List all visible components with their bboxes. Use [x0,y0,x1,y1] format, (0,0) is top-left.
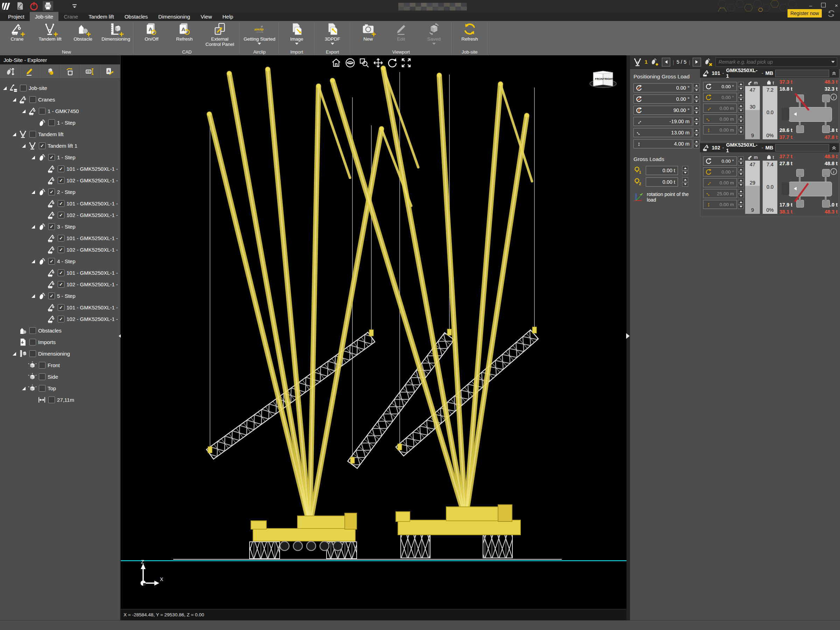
gross-load-field[interactable]: 0.00 t [646,166,678,175]
tree-checkbox[interactable]: ✓ [58,304,65,311]
tree-checkbox[interactable]: ✓ [58,212,65,218]
crane-panel-header[interactable]: 102 - GMK5250XL-1 - MB [700,143,839,152]
crane-note-input[interactable] [775,144,829,152]
info-icon[interactable]: i [830,93,838,101]
spinner[interactable] [682,166,688,175]
expander-icon[interactable] [31,294,35,298]
numeric-field[interactable]: 0.00 ° [703,82,737,91]
3d-viewport[interactable]: FRONT RIGHT Z X [121,55,627,609]
ribbon-button-tandem-lift[interactable]: + Tandem lift [33,22,66,50]
tree-item-tandem-lift[interactable]: Tandem lift [0,128,120,140]
expander-icon[interactable] [12,98,16,102]
tree-checkbox[interactable] [48,119,55,126]
tree-item-1-step[interactable]: 1 - Step [0,117,120,128]
tree-item-4-step[interactable]: ✓4 - Step [0,256,120,267]
tree-item-101-gmk5250xl-1-[interactable]: ✓101 - GMK5250XL-1 - [0,232,120,244]
spinner[interactable] [693,95,699,104]
spinner[interactable] [738,104,744,113]
expander-icon[interactable] [31,155,35,159]
ribbon-button-edit[interactable]: Edit [385,22,418,50]
tree-item-top[interactable]: Top [0,382,120,394]
ribbon-button-image[interactable]: Image [280,22,313,50]
tree-checkbox[interactable] [39,108,46,114]
tree-checkbox[interactable]: ✓ [58,177,65,184]
spinner[interactable] [693,83,699,92]
remark-dropdown-caret[interactable] [831,61,835,65]
numeric-field[interactable]: ↔0.00 m [703,178,737,187]
tree-item-101-gmk5250xl-1-[interactable]: ✓101 - GMK5250XL-1 - [0,267,120,279]
remark-input[interactable] [718,59,831,65]
spinner[interactable] [693,117,699,126]
info-icon[interactable]: i [830,167,838,175]
expander-icon[interactable] [22,387,26,391]
delete-tool-button[interactable] [60,65,80,78]
numeric-field[interactable]: ↕0.00 m [703,200,737,209]
numeric-field[interactable]: 0.00 ° [703,93,737,102]
spinner[interactable] [693,139,699,148]
annotate-tool-button[interactable]: A [100,65,120,78]
expander-icon[interactable] [31,225,35,229]
next-step-button[interactable] [693,58,701,66]
tree-checkbox[interactable]: ✓ [48,154,55,161]
step-order-button[interactable] [0,65,20,78]
tree-item-101-gmk5250xl-1-[interactable]: ✓101 - GMK5250XL-1 - [0,302,120,313]
tree-checkbox[interactable]: ✓ [48,293,55,299]
tree-checkbox[interactable]: ✓ [58,270,65,276]
tree-item-front[interactable]: Front [0,360,120,371]
customize-toolbar-icon[interactable] [69,1,80,11]
tree-item-102-gmk5250xl-1-[interactable]: ✓102 - GMK5250XL-1 - [0,244,120,256]
spinner[interactable] [738,93,744,102]
material-tool-button[interactable] [40,65,60,78]
tree-item-3-step[interactable]: ✓3 - Step [0,221,120,232]
spinner[interactable] [738,189,744,198]
rotate-view-icon[interactable] [387,57,398,68]
tree-item-side[interactable]: Side [0,371,120,382]
numeric-field[interactable]: 0.00 ° [633,95,692,104]
numeric-field[interactable]: ↔0.00 m [703,104,737,113]
tree-checkbox[interactable]: ✓ [58,281,65,288]
visibility-icon[interactable] [345,57,355,68]
project-file-icon[interactable] [15,1,25,11]
tree-item-1-step[interactable]: ✓1 - Step [0,152,120,163]
tree-checkbox[interactable] [29,351,36,357]
ribbon-button-3dpdf[interactable]: 3DPDF [316,22,349,50]
maximize-button[interactable] [821,2,826,8]
delete-step-icon[interactable] [704,57,713,67]
tree-checkbox[interactable]: ✓ [48,189,55,195]
tree-checkbox[interactable]: ✓ [58,316,65,322]
numeric-field[interactable]: 0.00 ° [703,167,737,177]
tree-item-cranes[interactable]: Cranes [0,94,120,105]
print-icon[interactable] [43,1,53,11]
tree-checkbox[interactable]: ✓ [58,235,65,242]
crane-panel-header[interactable]: 101 - GMK5250XL-1 - MB [700,69,839,78]
spinner[interactable] [738,125,744,134]
ribbon-button-getting-started[interactable]: airclipCLOUD Getting Started [242,22,278,50]
tree-checkbox[interactable]: ✓ [48,223,55,230]
tree-item-dimensioning[interactable]: Dimensioning [0,348,120,360]
expander-icon[interactable] [12,352,16,356]
expander-icon[interactable] [12,132,16,136]
numeric-field[interactable]: 0.00 ° [633,83,692,92]
pan-icon[interactable] [373,57,384,68]
ribbon-button-refresh[interactable]: Refresh [453,22,486,50]
home-icon[interactable] [331,57,342,68]
ribbon-button-saved[interactable]: Saved [418,22,450,50]
tree-checkbox[interactable] [39,385,46,392]
fullscreen-icon[interactable] [401,57,412,68]
tree-checkbox[interactable] [29,96,36,103]
tab-tandem-lift[interactable]: Tandem lift [83,12,119,21]
tree-item-27-11m[interactable]: 27,11m [0,394,120,406]
spinner[interactable] [738,114,744,123]
collapse-chevron-icon[interactable] [831,70,837,76]
tree-item-job-site[interactable]: Job-site [0,82,120,94]
numeric-field[interactable]: ↔25.00 m [703,189,737,198]
tree-item-102-gmk5250xl-1-[interactable]: ✓102 - GMK5250XL-1 - [0,175,120,186]
tree-item-tandem-lift-1[interactable]: ✓Tandem lift 1 [0,140,120,152]
expander-icon[interactable] [22,144,26,148]
tree-checkbox[interactable] [39,362,46,369]
numeric-field[interactable]: ↔0.00 m [703,114,737,123]
rotation-point-row[interactable]: rotation point of the load [633,191,699,203]
sync-icon[interactable] [827,10,836,17]
rename-tool-button[interactable]: ab [80,65,100,78]
register-now-button[interactable]: Register now [788,9,822,17]
